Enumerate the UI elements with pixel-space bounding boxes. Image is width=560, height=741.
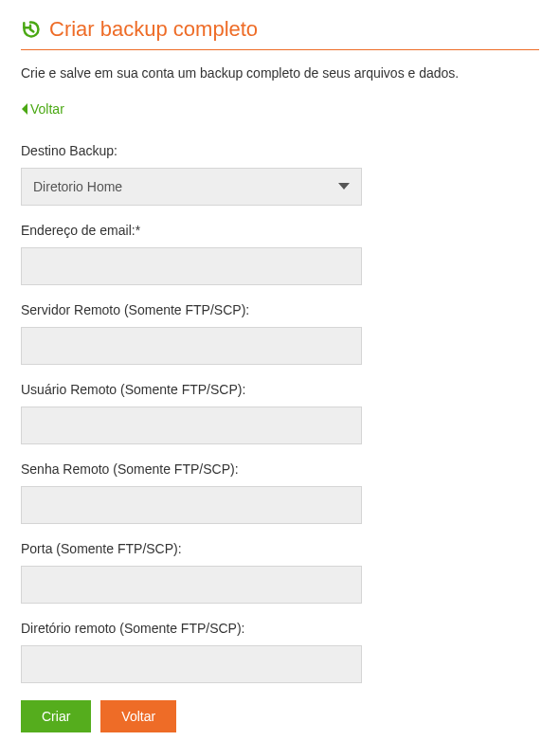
select-wrap-destination: Diretorio Home (21, 168, 362, 206)
label-remote-server: Servidor Remoto (Somente FTP/SCP): (21, 302, 539, 317)
field-email: Endereço de email:* (21, 223, 539, 285)
input-remote-dir[interactable] (21, 645, 362, 683)
select-destination[interactable]: Diretorio Home (21, 168, 362, 206)
label-remote-user: Usuário Remoto (Somente FTP/SCP): (21, 382, 539, 397)
page-title: Criar backup completo (49, 17, 258, 42)
back-button[interactable]: Voltar (100, 700, 176, 732)
input-email[interactable] (21, 247, 362, 285)
page-header: Criar backup completo (21, 17, 539, 50)
button-row: Criar Voltar (21, 700, 539, 732)
input-remote-server[interactable] (21, 327, 362, 365)
field-port: Porta (Somente FTP/SCP): (21, 541, 539, 604)
back-link[interactable]: Voltar (21, 101, 64, 117)
field-remote-dir: Diretório remoto (Somente FTP/SCP): (21, 621, 539, 683)
create-button[interactable]: Criar (21, 700, 91, 732)
chevron-left-icon (21, 103, 28, 115)
label-remote-dir: Diretório remoto (Somente FTP/SCP): (21, 621, 539, 636)
input-port[interactable] (21, 566, 362, 604)
label-port: Porta (Somente FTP/SCP): (21, 541, 539, 556)
field-remote-password: Senha Remoto (Somente FTP/SCP): (21, 461, 539, 524)
field-remote-server: Servidor Remoto (Somente FTP/SCP): (21, 302, 539, 365)
back-link-label: Voltar (30, 101, 64, 117)
page-description: Crie e salve em sua conta um backup comp… (21, 65, 539, 81)
input-remote-password[interactable] (21, 486, 362, 524)
field-remote-user: Usuário Remoto (Somente FTP/SCP): (21, 382, 539, 444)
label-destination: Destino Backup: (21, 143, 539, 158)
field-destination: Destino Backup: Diretorio Home (21, 143, 539, 206)
label-remote-password: Senha Remoto (Somente FTP/SCP): (21, 461, 539, 477)
history-icon (21, 20, 40, 39)
label-email: Endereço de email:* (21, 223, 539, 238)
input-remote-user[interactable] (21, 407, 362, 444)
